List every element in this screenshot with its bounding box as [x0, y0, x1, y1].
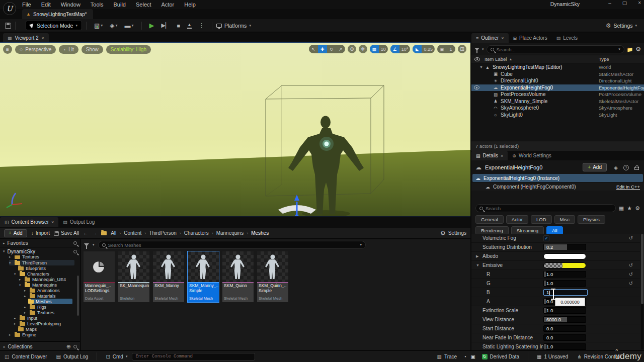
outliner-row[interactable]: ▣ Cube StaticMeshActor	[471, 71, 644, 78]
breadcrumb-meshes[interactable]: Meshes	[251, 230, 269, 236]
asset-tile-skm-quinn-simple[interactable]: SKM_Quinn_.. Simple Skeletal Mesh	[257, 251, 288, 302]
instance-row[interactable]: ☁ ExponentialHeightFog0 (Instance)	[472, 174, 643, 182]
rotation-snap-toggle[interactable]: ∠	[390, 45, 399, 53]
albedo-color-swatch[interactable]	[543, 253, 586, 259]
reset-icon[interactable]: ↺	[629, 262, 633, 268]
import-button[interactable]: ↓Import	[31, 230, 50, 236]
tree-item-mannequins[interactable]: ▾Mannequins	[19, 282, 57, 288]
breadcrumb-all[interactable]: All	[111, 230, 116, 236]
new-folder-icon[interactable]: 📁	[627, 47, 633, 52]
blueprints-dropdown[interactable]: ◈▾	[110, 22, 117, 29]
chip-lod[interactable]: LOD	[531, 215, 552, 224]
camera-speed-icon[interactable]: ▣	[437, 45, 446, 53]
lock-icon[interactable]	[634, 167, 639, 170]
grid-snap-toggle[interactable]: ▦	[370, 45, 379, 53]
level-tab[interactable]: ▲ SnowyLightingTestMap*	[22, 9, 93, 19]
outliner-row[interactable]: ♟ SKM_Manny_Simple SkeletalMeshActor	[471, 98, 644, 105]
tab-output-log[interactable]: ▤ Output Log	[58, 217, 99, 227]
display-grid-icon[interactable]: ▦	[619, 205, 624, 212]
grid-snap-value[interactable]: 10	[379, 45, 388, 53]
chip-misc[interactable]: Misc	[554, 215, 576, 224]
expander-icon[interactable]: ▶	[476, 254, 478, 258]
viewport-canvas[interactable]: ≡ ◇ Perspective ◐ Lit Show Scalability: …	[0, 43, 470, 216]
stop-button[interactable]: ■	[177, 23, 180, 29]
details-search-input[interactable]	[486, 206, 612, 211]
details-settings-icon[interactable]: ⚙	[635, 205, 640, 212]
asset-search-box[interactable]: ▾	[98, 241, 366, 249]
near-fade-in-distance-input[interactable]: 0.0	[543, 334, 586, 341]
extinction-scale-input[interactable]: 1.0	[543, 307, 586, 314]
outliner-row-selected[interactable]: ☁ ExponentialHeightFog0 ExponentialHeigh…	[471, 84, 644, 92]
details-search-box[interactable]	[475, 204, 616, 212]
console-command-box[interactable]	[132, 353, 255, 360]
outliner-search-input[interactable]	[497, 47, 616, 52]
edit-in-cpp-link[interactable]: Edit in C++	[616, 184, 640, 190]
favorites-star-icon[interactable]: ★	[627, 205, 632, 212]
save-all-button[interactable]: Save All	[54, 230, 79, 236]
screenshot-icon[interactable]: ▣	[470, 354, 475, 359]
start-distance-input[interactable]: 0.0	[543, 325, 586, 332]
reset-icon[interactable]: ↺	[629, 235, 633, 241]
play-button[interactable]: ▶	[149, 22, 154, 29]
outliner-search-box[interactable]: ▾	[487, 45, 624, 53]
content-drawer-button[interactable]: ◫ Content Drawer	[5, 354, 47, 359]
maximize-button[interactable]: ▢	[622, 0, 627, 6]
content-browser-settings[interactable]: ⚙ Settings	[440, 230, 466, 237]
select-tool[interactable]: ↖	[309, 45, 318, 53]
expander-icon[interactable]: ▼	[476, 263, 479, 267]
filter-icon[interactable]	[474, 48, 479, 51]
editor-settings-dropdown[interactable]: ⚙ Settings ▾	[606, 22, 637, 29]
tree-item-rigs[interactable]: ▸Rigs	[24, 304, 46, 310]
tab-content-browser[interactable]: ◫ Content Browser ×	[0, 217, 58, 227]
details-tab-close-icon[interactable]: ×	[501, 153, 503, 158]
item-label-column-header[interactable]: Item Label	[485, 56, 507, 62]
tree-item-characters[interactable]: ▾Characters	[14, 271, 49, 277]
output-log-button[interactable]: ▤ Output Log	[56, 354, 88, 359]
help-icon[interactable]: ?	[623, 165, 629, 170]
tree-item-input[interactable]: ▸Input	[14, 315, 37, 321]
view-distance-input[interactable]: 6000.0	[543, 316, 586, 323]
add-component-button[interactable]: +Add	[583, 163, 607, 171]
minimize-button[interactable]: –	[608, 0, 611, 6]
menu-window[interactable]: Window	[61, 2, 80, 8]
tree-item-blueprints[interactable]: Blueprints	[18, 265, 46, 271]
root-folder-dynamicsky[interactable]: ▾ DynamicSky	[0, 247, 80, 255]
tab-levels[interactable]: ▤ Levels	[552, 33, 582, 43]
outliner-settings-icon[interactable]: ⚙	[635, 46, 641, 53]
insights-icon[interactable]: ◔	[463, 354, 466, 359]
breadcrumb-content[interactable]: Content	[124, 230, 141, 236]
chip-general[interactable]: General	[475, 215, 504, 224]
cinematics-dropdown[interactable]: ▬▾	[125, 22, 134, 29]
visibility-column-eye-icon[interactable]	[474, 57, 480, 61]
derived-data-button[interactable]: ↻ Derived Data	[482, 354, 519, 359]
emissive-g-input[interactable]: 1.0	[543, 280, 586, 287]
play-options-kebab[interactable]: ⋮	[199, 22, 204, 29]
scale-snap-value[interactable]: 0.25	[422, 45, 435, 53]
emissive-r-input[interactable]: 1.0	[543, 271, 586, 278]
tree-item-meshes-selected[interactable]: Meshes	[28, 299, 72, 304]
add-collection-icon[interactable]: ⊕	[66, 343, 71, 350]
world-space-toggle[interactable]: ⊕	[348, 45, 356, 53]
outliner-row[interactable]: ☀ DirectionalLight0 DirectionalLight	[471, 77, 644, 84]
tree-item-levelprototyping[interactable]: ▸LevelPrototyping	[14, 321, 61, 326]
menu-edit[interactable]: Edit	[41, 2, 51, 8]
search-icon[interactable]	[73, 250, 77, 253]
unsaved-button[interactable]: ▦ 1 Unsaved	[537, 354, 568, 359]
perspective-dropdown[interactable]: ◇ Perspective	[15, 45, 56, 54]
save-level-icon[interactable]	[5, 23, 11, 29]
search-icon[interactable]	[73, 345, 77, 348]
add-actor-dropdown[interactable]: ▧+▾	[94, 22, 103, 29]
asset-tile-skm-quinn[interactable]: SKM_Quinn Skeletal Mesh	[222, 251, 254, 302]
volumetric-fog-checkbox[interactable]: ✓	[543, 235, 549, 241]
scale-tool[interactable]: ↗	[336, 45, 345, 53]
details-scrollbar[interactable]	[641, 234, 643, 349]
outliner-row[interactable]: ▼ ▲ SnowyLightingTestMap (Editor) World	[471, 64, 644, 71]
asset-tile-lodsettings[interactable]: Mannequin_.. LODSettings Data Asset	[84, 251, 115, 302]
eye-icon[interactable]	[474, 85, 479, 89]
tab-place-actors[interactable]: ⊞ Place Actors	[509, 33, 552, 43]
type-column-header[interactable]: Type	[599, 56, 609, 62]
chip-physics[interactable]: Physics	[578, 215, 605, 224]
tree-item-textures-clipped[interactable]: ▸Textures	[9, 255, 39, 259]
eject-button[interactable]: ▲	[187, 23, 192, 29]
tab-outliner[interactable]: ≡ Outliner ×	[471, 33, 509, 43]
